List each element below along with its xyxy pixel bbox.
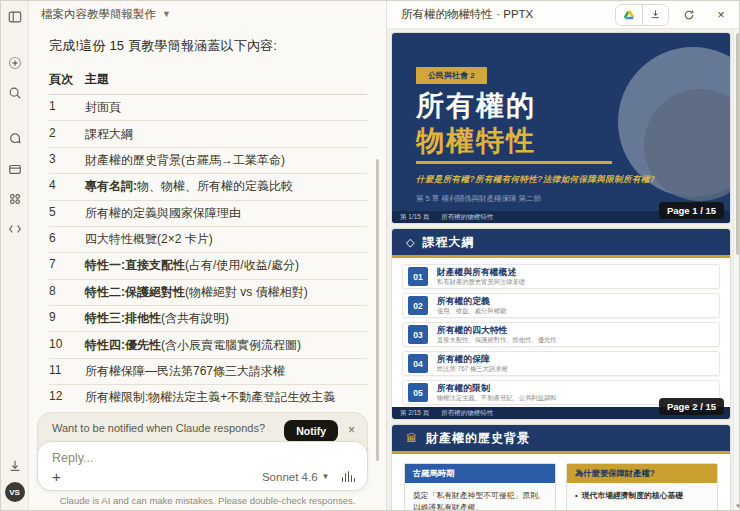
reply-input[interactable]	[52, 451, 355, 465]
pages-table: 頁次 主題 1封面頁2課程大綱3財產權的歷史背景(古羅馬→工業革命)4專有名詞:…	[49, 67, 367, 410]
table-row: 6四大特性概覽(2×2 卡片)	[49, 226, 367, 252]
page-number-cell: 4	[49, 174, 85, 200]
outline-title: 所有權的保障	[437, 354, 508, 365]
preview-scrollbar-thumb[interactable]	[736, 33, 740, 255]
slide-header-title: 財產權的歷史背景	[426, 430, 530, 447]
slide-footer-title: 所有權的物權特性	[441, 409, 493, 418]
slide-header-bar: 🏛 財產權的歷史背景	[392, 425, 730, 451]
outline-subtitle: 私有財產的歷史背景與法律基礎	[437, 278, 525, 286]
code-icon[interactable]	[7, 221, 23, 237]
slide-subtitle: 什麼是所有權?所有權有何特性?法律如何保障與限制所有權?	[416, 174, 655, 186]
page-badge: Page 1 / 15	[659, 202, 724, 219]
table-row: 8特性二:保護絕對性(物權絕對 vs 債權相對)	[49, 279, 367, 305]
outline-item: 03所有權的四大特性直接支配性、保護絕對性、排他性、優先性	[402, 322, 720, 347]
topic-cell: 專有名詞:物、物權、所有權的定義比較	[85, 174, 367, 200]
outline-item: 02所有權的定義使用、收益、處分與權能	[402, 293, 720, 318]
topic-cell: 所有權限制:物權法定主義+不動產登記生效主義	[85, 385, 367, 410]
panel-toggle-icon[interactable]	[7, 9, 23, 25]
bullet-dot: •	[575, 490, 578, 502]
scrollbar-down-arrow[interactable]: ▼	[734, 503, 740, 509]
outline-subtitle: 使用、收益、處分與權能	[437, 307, 506, 315]
search-icon[interactable]	[7, 85, 23, 101]
page-number-cell: 9	[49, 306, 85, 332]
topic-cell: 特性三:排他性(含共有說明)	[85, 306, 367, 332]
refresh-icon[interactable]	[677, 5, 701, 25]
slide-1-cover[interactable]: 公民與社會 2 所有權的 物權特性 什麼是所有權?所有權有何特性?法律如何保障與…	[392, 33, 730, 223]
chats-icon[interactable]	[7, 131, 23, 147]
slide-3-history[interactable]: 🏛 財產權的歷史背景 古羅馬時期 奠定「私有財產神聖不可侵犯」原則,以維護私有財…	[392, 425, 730, 511]
outline-number: 05	[408, 383, 428, 402]
new-chat-icon[interactable]	[7, 55, 23, 71]
outline-item: 04所有權的保障民法第 767 條三大請求權	[402, 351, 720, 376]
table-row: 3財產權的歷史背景(古羅馬→工業革命)	[49, 147, 367, 173]
page-number-cell: 1	[49, 95, 85, 121]
table-row: 1封面頁	[49, 95, 367, 121]
user-avatar[interactable]: VS	[5, 482, 25, 502]
preview-header: 所有權的物權特性 · PPTX ×	[387, 1, 740, 29]
slide-page-indicator: 第 2/15 頁	[400, 409, 429, 418]
preview-scrollbar[interactable]: ▼	[733, 29, 740, 510]
slide-2-outline[interactable]: ◇ 課程大綱 01財產權與所有權概述私有財產的歷史背景與法律基礎02所有權的定義…	[392, 229, 730, 419]
page-number-cell: 5	[49, 200, 85, 226]
table-row: 4專有名詞:物、物權、所有權的定義比較	[49, 174, 367, 200]
google-drive-icon[interactable]	[616, 5, 642, 25]
slide-header-bar: ◇ 課程大綱	[392, 229, 730, 255]
chat-scrollbar[interactable]	[376, 159, 379, 461]
box-body: 奠定「私有財產神聖不可侵犯」原則,以維護私有財產權。	[405, 483, 555, 511]
claude-app-window: VS 檔案內容教學簡報製作 ▼ 完成!這份 15 頁教學簡報涵蓋以下內容: 頁次…	[0, 0, 740, 511]
close-icon[interactable]: ×	[348, 420, 355, 437]
outline-item: 01財產權與所有權概述私有財產的歷史背景與法律基礎	[402, 264, 720, 289]
chevron-down-icon: ▼	[162, 9, 171, 19]
page-number-cell: 2	[49, 121, 85, 147]
message-intro: 完成!這份 15 頁教學簡報涵蓋以下內容:	[49, 37, 376, 55]
voice-waveform-icon[interactable]	[342, 471, 356, 482]
topic-cell: 特性一:直接支配性(占有/使用/收益/處分)	[85, 253, 367, 279]
page-number-cell: 7	[49, 253, 85, 279]
topic-cell: 特性二:保護絕對性(物權絕對 vs 債權相對)	[85, 279, 367, 305]
conversation-title: 檔案內容教學簡報製作	[41, 7, 156, 22]
close-preview-icon[interactable]: ×	[709, 5, 733, 25]
diamond-icon: ◇	[406, 236, 414, 249]
table-row: 2課程大綱	[49, 121, 367, 147]
topic-cell: 課程大綱	[85, 121, 367, 147]
notify-text: Want to be notified when Claude responds…	[52, 420, 284, 434]
table-header-page: 頁次	[49, 67, 85, 95]
table-header-topic: 主題	[85, 67, 367, 95]
topic-cell: 所有權的定義與國家保障理由	[85, 200, 367, 226]
topic-cell: 財產權的歷史背景(古羅馬→工業革命)	[85, 147, 367, 173]
model-name: Sonnet 4.6	[262, 471, 318, 483]
apps-grid-icon[interactable]	[7, 191, 23, 207]
outline-title: 所有權的四大特性	[437, 325, 557, 336]
topic-cell: 四大特性概覽(2×2 卡片)	[85, 226, 367, 252]
file-preview-panel: 所有權的物權特性 · PPTX × 公民與社會 2 所有權的	[386, 1, 740, 510]
table-row: 12所有權限制:物權法定主義+不動產登記生效主義	[49, 385, 367, 410]
download-file-icon[interactable]	[642, 5, 668, 25]
outline-subtitle: 物權法定主義、不動產登記、公共利益調和	[437, 394, 557, 402]
assistant-message: 完成!這份 15 頁教學簡報涵蓋以下內容: 頁次 主題 1封面頁2課程大綱3財產…	[29, 27, 376, 410]
page-number-cell: 12	[49, 385, 85, 410]
outline-title: 所有權的限制	[437, 383, 557, 394]
sidebar: VS	[1, 1, 29, 510]
attach-plus-icon[interactable]: +	[52, 469, 61, 484]
slide-footer-title: 所有權的物權特性	[441, 213, 493, 222]
outline-number: 03	[408, 325, 428, 344]
model-selector[interactable]: Sonnet 4.6 ▼	[262, 471, 330, 483]
notify-button[interactable]: Notify	[284, 420, 338, 442]
outline-title: 所有權的定義	[437, 296, 506, 307]
slide-header-title: 課程大綱	[422, 234, 474, 251]
why-protect-box: 為什麼要保障財產權? • 現代市場經濟制度的核心基礎	[566, 463, 718, 511]
projects-icon[interactable]	[7, 161, 23, 177]
page-number-cell: 3	[49, 147, 85, 173]
outline-subtitle: 民法第 767 條三大請求權	[437, 365, 508, 373]
page-number-cell: 8	[49, 279, 85, 305]
conversation-title-dropdown[interactable]: 檔案內容教學簡報製作 ▼	[29, 1, 386, 27]
table-row: 5所有權的定義與國家保障理由	[49, 200, 367, 226]
history-box-roman: 古羅馬時期 奠定「私有財產神聖不可侵犯」原則,以維護私有財產權。	[404, 463, 556, 511]
download-icon[interactable]	[7, 458, 23, 474]
table-row: 10特性四:優先性(含小辰賣電腦實例流程圖)	[49, 332, 367, 358]
box-title: 古羅馬時期	[405, 464, 555, 483]
chevron-down-icon: ▼	[322, 472, 330, 481]
topic-cell: 特性四:優先性(含小辰賣電腦實例流程圖)	[85, 332, 367, 358]
outline-number: 01	[408, 267, 428, 286]
outline-number: 02	[408, 296, 428, 315]
